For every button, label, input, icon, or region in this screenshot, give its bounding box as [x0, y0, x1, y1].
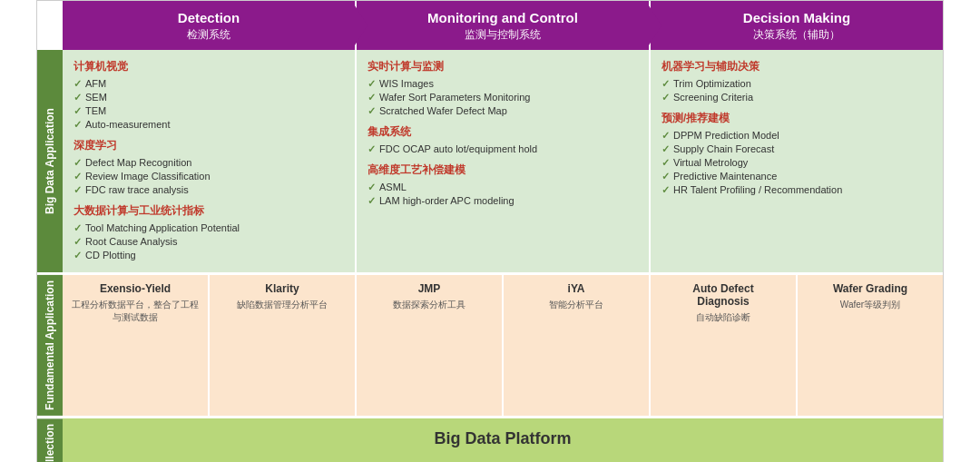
- header-cells: Detection 检测系统 Monitoring and Control 监测…: [63, 1, 943, 50]
- check-mark: ✓: [662, 157, 670, 169]
- detection-en-title: Detection: [68, 10, 349, 25]
- tool-name-3: iYA: [511, 282, 642, 295]
- check-item-text: Root Cause Analysis: [85, 236, 178, 247]
- check-mark: ✓: [74, 105, 82, 117]
- fundamental-cell-1: Klarity缺陷数据管理分析平台: [210, 275, 357, 416]
- tool-desc-5: Wafer等级判别: [805, 299, 936, 311]
- check-item-text: Trim Optimization: [673, 78, 751, 89]
- header-cell-monitoring: Monitoring and Control 监测与控制系统: [357, 1, 651, 50]
- check-item-bd-col2-0-1: ✓Wafer Sort Parameters Monitoring: [368, 92, 638, 103]
- check-mark: ✓: [74, 184, 82, 196]
- fundamental-cell-3: iYA智能分析平台: [504, 275, 651, 416]
- check-mark: ✓: [662, 184, 670, 196]
- fundamental-row-label: Fundamental Application: [37, 275, 63, 416]
- check-item-text: Predictive Maintenance: [673, 171, 777, 182]
- check-item-text: Supply Chain Forecast: [673, 143, 774, 154]
- tool-name-4: Auto Defect Diagnosis: [658, 282, 789, 308]
- check-mark: ✓: [368, 105, 376, 117]
- decision-cn-title: 决策系统（辅助）: [656, 27, 937, 43]
- check-item-text: ASML: [379, 182, 407, 192]
- check-mark: ✓: [662, 171, 670, 182]
- check-item-bd-col3-1-1: ✓Supply Chain Forecast: [662, 143, 932, 155]
- check-item-text: Review Image Classification: [85, 171, 211, 182]
- check-item-bd-col1-2-1: ✓Root Cause Analysis: [74, 236, 344, 248]
- platform-title: Big Data Platform: [74, 429, 932, 448]
- check-item-bd-col3-1-4: ✓HR Talent Profiling / Recommendation: [662, 184, 932, 196]
- check-item-text: Wafer Sort Parameters Monitoring: [379, 92, 530, 103]
- check-item-text: Defect Map Recognition: [85, 157, 191, 168]
- check-item-text: Tool Matching Application Potential: [85, 222, 240, 233]
- check-item-bd-col2-2-0: ✓ASML: [368, 182, 638, 193]
- tool-name-2: JMP: [364, 282, 495, 295]
- fundamental-content: Exensio-Yield工程分析数据平台，整合了工程与测试数据Klarity缺…: [63, 275, 943, 416]
- section-title-bd-col2-0: 实时计算与监测: [368, 59, 638, 74]
- check-item-bd-col1-2-0: ✓Tool Matching Application Potential: [74, 222, 344, 234]
- check-mark: ✓: [74, 171, 82, 182]
- check-item-bd-col2-0-2: ✓Scratched Wafer Defect Map: [368, 105, 638, 117]
- check-mark: ✓: [368, 92, 376, 103]
- check-item-text: WIS Images: [379, 78, 434, 89]
- check-item-bd-col1-2-2: ✓CD Plotting: [74, 250, 344, 261]
- data-collection-row: Data Collection Big Data Platform: [37, 416, 943, 462]
- check-mark: ✓: [368, 182, 376, 193]
- tool-name-0: Exensio-Yield: [70, 282, 201, 295]
- check-mark: ✓: [74, 236, 82, 248]
- check-item-bd-col1-0-2: ✓TEM: [74, 105, 344, 117]
- fundamental-cell-0: Exensio-Yield工程分析数据平台，整合了工程与测试数据: [63, 275, 210, 416]
- tool-desc-4: 自动缺陷诊断: [658, 311, 789, 324]
- check-mark: ✓: [74, 157, 82, 169]
- tool-desc-3: 智能分析平台: [511, 299, 642, 311]
- section-title-bd-col2-1: 集成系统: [368, 124, 638, 140]
- check-mark: ✓: [368, 195, 376, 207]
- tool-name-5: Wafer Grading: [805, 282, 936, 295]
- big-data-row: Big Data Application 计算机视觉✓AFM✓SEM✓TEM✓A…: [37, 50, 943, 272]
- check-item-bd-col1-0-1: ✓SEM: [74, 92, 344, 103]
- check-item-bd-col2-2-1: ✓LAM high-order APC modeling: [368, 195, 638, 207]
- decision-en-title: Decision Making: [656, 10, 937, 25]
- big-data-col1: 计算机视觉✓AFM✓SEM✓TEM✓Auto-measurement深度学习✓D…: [63, 50, 357, 272]
- tool-desc-0: 工程分析数据平台，整合了工程与测试数据: [70, 299, 201, 324]
- section-title-bd-col1-0: 计算机视觉: [74, 59, 344, 74]
- fundamental-cell-5: Wafer GradingWafer等级判别: [798, 275, 943, 416]
- check-item-bd-col3-0-0: ✓Trim Optimization: [662, 78, 932, 90]
- check-item-text: LAM high-order APC modeling: [379, 195, 514, 206]
- header-spacer: [37, 1, 63, 50]
- check-mark: ✓: [74, 92, 82, 103]
- check-item-bd-col3-1-2: ✓Virtual Metrology: [662, 157, 932, 169]
- check-mark: ✓: [662, 78, 670, 90]
- check-item-text: Virtual Metrology: [673, 157, 748, 168]
- check-mark: ✓: [74, 250, 82, 261]
- check-item-text: SEM: [85, 92, 107, 103]
- section-title-bd-col3-0: 机器学习与辅助决策: [662, 59, 932, 74]
- check-item-text: AFM: [85, 78, 106, 89]
- check-item-text: Screening Criteria: [673, 92, 753, 103]
- section-title-bd-col1-1: 深度学习: [74, 138, 344, 153]
- fundamental-cell-4: Auto Defect Diagnosis自动缺陷诊断: [651, 275, 798, 416]
- check-item-bd-col1-1-1: ✓Review Image Classification: [74, 171, 344, 182]
- big-data-col3: 机器学习与辅助决策✓Trim Optimization✓Screening Cr…: [651, 50, 943, 272]
- check-item-bd-col3-1-0: ✓DPPM Prediction Model: [662, 130, 932, 142]
- section-title-bd-col1-2: 大数据计算与工业统计指标: [74, 203, 344, 219]
- tool-desc-1: 缺陷数据管理分析平台: [217, 299, 348, 311]
- big-data-col2: 实时计算与监测✓WIS Images✓Wafer Sort Parameters…: [357, 50, 651, 272]
- check-item-text: FDC OCAP auto lot/equipment hold: [379, 143, 537, 154]
- check-item-bd-col2-1-0: ✓FDC OCAP auto lot/equipment hold: [368, 143, 638, 155]
- fundamental-row: Fundamental Application Exensio-Yield工程分…: [37, 272, 943, 416]
- check-mark: ✓: [74, 119, 82, 131]
- check-item-text: FDC raw trace analysis: [85, 184, 189, 195]
- check-mark: ✓: [74, 222, 82, 234]
- data-collection-row-label: Data Collection: [37, 418, 63, 462]
- check-item-text: TEM: [85, 105, 106, 116]
- monitoring-en-title: Monitoring and Control: [362, 10, 643, 25]
- check-mark: ✓: [662, 92, 670, 103]
- check-item-text: Auto-measurement: [85, 119, 171, 130]
- header-cell-decision: Decision Making 决策系统（辅助）: [651, 1, 943, 50]
- check-item-bd-col1-1-0: ✓Defect Map Recognition: [74, 157, 344, 169]
- tool-name-1: Klarity: [217, 282, 348, 295]
- check-item-bd-col3-0-1: ✓Screening Criteria: [662, 92, 932, 103]
- data-collection-content: Big Data Platform: [63, 418, 943, 462]
- big-data-content: 计算机视觉✓AFM✓SEM✓TEM✓Auto-measurement深度学习✓D…: [63, 50, 943, 272]
- tool-desc-2: 数据探索分析工具: [364, 299, 495, 311]
- check-item-text: CD Plotting: [85, 250, 136, 260]
- check-mark: ✓: [662, 143, 670, 155]
